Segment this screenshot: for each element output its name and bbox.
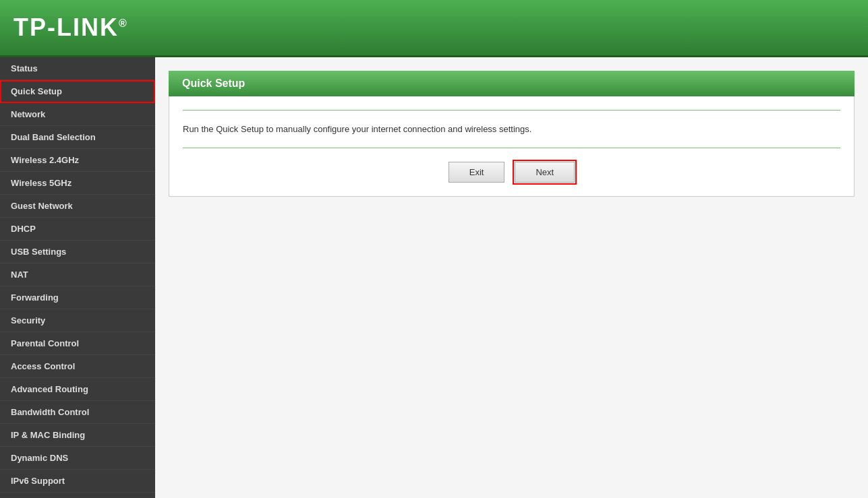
sidebar-item-quick-setup[interactable]: Quick Setup <box>0 80 155 103</box>
exit-button[interactable]: Exit <box>449 162 505 183</box>
logo-text: TP-LINK <box>13 13 119 41</box>
header: TP-LINK® <box>0 0 868 57</box>
sidebar-item-parental-control[interactable]: Parental Control <box>0 332 155 355</box>
sidebar-item-network[interactable]: Network <box>0 103 155 126</box>
sidebar-item-access-control[interactable]: Access Control <box>0 355 155 378</box>
sidebar-item-wireless-5ghz[interactable]: Wireless 5GHz <box>0 172 155 195</box>
logo: TP-LINK® <box>13 13 128 42</box>
top-divider <box>183 110 840 111</box>
next-button[interactable]: Next <box>515 162 575 183</box>
sidebar-item-forwarding[interactable]: Forwarding <box>0 286 155 309</box>
sidebar-item-ipv6-support[interactable]: IPv6 Support <box>0 470 155 493</box>
reg-symbol: ® <box>119 18 128 29</box>
page-header: Quick Setup <box>169 71 855 96</box>
sidebar-item-ip-mac-binding[interactable]: IP & MAC Binding <box>0 424 155 447</box>
button-row: Exit Next <box>183 162 840 183</box>
sidebar-item-nat[interactable]: NAT <box>0 263 155 286</box>
sidebar-item-system-tools[interactable]: System Tools <box>0 493 155 498</box>
sidebar: StatusQuick SetupNetworkDual Band Select… <box>0 57 155 498</box>
page-title: Quick Setup <box>182 77 245 89</box>
sidebar-item-guest-network[interactable]: Guest Network <box>0 195 155 218</box>
sidebar-item-dynamic-dns[interactable]: Dynamic DNS <box>0 447 155 470</box>
sidebar-item-dual-band-selection[interactable]: Dual Band Selection <box>0 126 155 149</box>
sidebar-item-usb-settings[interactable]: USB Settings <box>0 241 155 263</box>
sidebar-item-dhcp[interactable]: DHCP <box>0 218 155 241</box>
description-text: Run the Quick Setup to manually configur… <box>183 121 840 137</box>
sidebar-item-advanced-routing[interactable]: Advanced Routing <box>0 378 155 401</box>
bottom-divider <box>183 148 840 148</box>
main-content: Quick Setup Run the Quick Setup to manua… <box>155 57 868 498</box>
content-area: Run the Quick Setup to manually configur… <box>169 96 855 197</box>
sidebar-item-bandwidth-control[interactable]: Bandwidth Control <box>0 401 155 424</box>
sidebar-item-status[interactable]: Status <box>0 57 155 80</box>
sidebar-item-wireless-24ghz[interactable]: Wireless 2.4GHz <box>0 149 155 172</box>
sidebar-item-security[interactable]: Security <box>0 309 155 332</box>
body-container: StatusQuick SetupNetworkDual Band Select… <box>0 57 868 498</box>
